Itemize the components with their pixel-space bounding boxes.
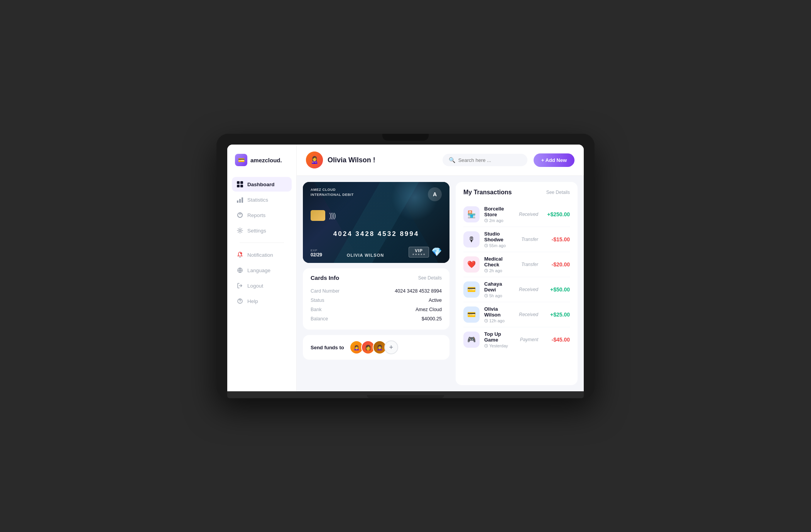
- transaction-icon: 💳: [463, 281, 480, 298]
- cards-info-title: Cards Info: [311, 274, 339, 281]
- sidebar-item-language[interactable]: Language: [232, 263, 292, 278]
- svg-point-9: [240, 253, 242, 254]
- transaction-type: Received: [515, 312, 538, 317]
- transaction-time: 5h ago: [484, 293, 510, 298]
- svg-point-12: [240, 302, 240, 303]
- sidebar-item-help[interactable]: Help: [232, 294, 292, 308]
- transaction-type: Received: [515, 212, 538, 217]
- info-label: Bank: [311, 307, 322, 312]
- svg-rect-5: [239, 199, 241, 203]
- sidebar-item-statistics[interactable]: Statistics: [232, 192, 292, 207]
- transaction-info: Studio Shodwe 55m ago: [484, 231, 510, 248]
- transaction-icon: 🏪: [463, 206, 480, 222]
- transaction-item[interactable]: ❤️ Medical Check 2h ago Transfer -$20.00: [463, 252, 570, 277]
- card-chip-row: )))): [311, 210, 442, 221]
- cards-info-row: Bank Amez Cloud: [311, 305, 442, 314]
- content-area: AMEZ CLOUD INTERNATIONAL DEBIT A )))) 4: [297, 176, 584, 391]
- app-container: 💳 amezcloud.: [227, 145, 584, 391]
- transactions-header: My Transactions See Details: [463, 189, 570, 196]
- sidebar-label-settings: Settings: [247, 228, 266, 234]
- transaction-type: Transfer: [515, 262, 538, 267]
- sidebar-item-reports[interactable]: Reports: [232, 208, 292, 222]
- sidebar: 💳 amezcloud.: [227, 145, 297, 391]
- sidebar-label-reports: Reports: [247, 212, 265, 218]
- transaction-name: Borcelle Store: [484, 206, 510, 217]
- card-vip-badge: VIP ★★★★★ 💎: [409, 247, 442, 258]
- info-label: Status: [311, 298, 324, 303]
- avatar: 🙎‍♀️: [306, 152, 323, 168]
- logo-area: 💳 amezcloud.: [227, 154, 296, 177]
- search-input[interactable]: [458, 157, 521, 163]
- transaction-type: Received: [515, 287, 538, 292]
- laptop-hinge: [367, 395, 444, 398]
- cards-info-rows: Card Number 4024 3428 4532 8994Status Ac…: [311, 286, 442, 323]
- sidebar-label-notification: Notification: [247, 252, 273, 258]
- card-chip: [311, 210, 325, 221]
- svg-rect-6: [242, 197, 243, 203]
- info-label: Card Number: [311, 288, 340, 294]
- transaction-icon: ❤️: [463, 256, 480, 273]
- cards-info-header: Cards Info See Details: [311, 274, 442, 281]
- transactions-see-details[interactable]: See Details: [546, 190, 570, 195]
- logo-text: amezcloud.: [250, 157, 282, 163]
- card-number: 4024 3428 4532 8994: [311, 230, 442, 238]
- search-bar: 🔍: [443, 154, 527, 166]
- transaction-amount: -$45.00: [543, 337, 570, 343]
- transaction-item[interactable]: 🏪 Borcelle Store 2m ago Received +$250.0…: [463, 202, 570, 227]
- card-exp-value: 02/29: [311, 252, 322, 258]
- sidebar-item-dashboard[interactable]: Dashboard: [232, 177, 292, 192]
- cards-info-row: Balance $4000.25: [311, 314, 442, 323]
- cards-info-see-details[interactable]: See Details: [418, 275, 442, 281]
- laptop-frame: 💳 amezcloud.: [216, 134, 595, 398]
- card-content: AMEZ CLOUD INTERNATIONAL DEBIT A )))) 4: [303, 182, 449, 263]
- left-panel: AMEZ CLOUD INTERNATIONAL DEBIT A )))) 4: [303, 182, 449, 385]
- transaction-icon: 💳: [463, 306, 480, 323]
- info-value: $4000.25: [422, 316, 442, 322]
- recipient-avatars: 🙍‍♀️ 👩 👩‍🦱 +: [350, 340, 398, 354]
- transactions-list: 🏪 Borcelle Store 2m ago Received +$250.0…: [463, 202, 570, 352]
- settings-icon: [237, 227, 243, 234]
- send-funds-panel: Send funds to 🙍‍♀️ 👩 👩‍🦱 +: [303, 335, 449, 360]
- sidebar-label-logout: Logout: [247, 283, 263, 289]
- svg-rect-3: [240, 185, 243, 187]
- transactions-panel: My Transactions See Details 🏪 Borcelle S…: [456, 182, 578, 385]
- reports-icon: [237, 212, 243, 219]
- transaction-type: Payment: [515, 337, 538, 342]
- notification-icon: [237, 251, 243, 258]
- transaction-info: Top Up Game Yesterday: [484, 331, 510, 348]
- transaction-name: Medical Check: [484, 256, 510, 268]
- laptop-notch: [382, 134, 429, 141]
- cards-info-row: Card Number 4024 3428 4532 8994: [311, 286, 442, 296]
- nav-divider: [240, 242, 284, 243]
- transaction-item[interactable]: 💳 Olivia Wilson 12h ago Received +$25.00: [463, 302, 570, 327]
- info-value: Active: [429, 298, 442, 303]
- search-icon: 🔍: [449, 157, 455, 163]
- cards-info-row: Status Active: [311, 296, 442, 305]
- transaction-info: Borcelle Store 2m ago: [484, 206, 510, 223]
- transaction-item[interactable]: 💳 Cahaya Dewi 5h ago Received +$50.00: [463, 277, 570, 302]
- diamond-icon: 💎: [431, 247, 442, 257]
- transaction-amount: -$20.00: [543, 261, 570, 268]
- add-recipient-button[interactable]: +: [384, 340, 398, 354]
- info-value: Amez Cloud: [416, 307, 442, 312]
- transaction-amount: +$250.00: [543, 211, 570, 217]
- info-value: 4024 3428 4532 8994: [395, 288, 442, 294]
- transaction-icon: 🎙: [463, 231, 480, 247]
- transaction-item[interactable]: 🎙 Studio Shodwe 55m ago Transfer -$15.00: [463, 227, 570, 252]
- sidebar-item-logout[interactable]: Logout: [232, 278, 292, 293]
- sidebar-item-notification[interactable]: Notification: [232, 247, 292, 262]
- transaction-name: Top Up Game: [484, 331, 510, 343]
- vip-label: VIP: [412, 248, 426, 253]
- add-new-button[interactable]: + Add New: [534, 153, 574, 167]
- transaction-time: 55m ago: [484, 243, 510, 248]
- transaction-info: Olivia Wilson 12h ago: [484, 306, 510, 323]
- transaction-name: Olivia Wilson: [484, 306, 510, 318]
- card-bottom-row: EXP 02/29 OLIVIA WILSON VIP ★★★★★: [311, 247, 442, 258]
- cards-info-panel: Cards Info See Details Card Number 4024 …: [303, 268, 449, 330]
- transaction-time: 12h ago: [484, 318, 510, 323]
- card-wave: )))): [329, 212, 335, 220]
- sidebar-label-language: Language: [247, 268, 270, 273]
- transaction-time: Yesterday: [484, 343, 510, 348]
- sidebar-item-settings[interactable]: Settings: [232, 223, 292, 238]
- transaction-item[interactable]: 🎮 Top Up Game Yesterday Payment -$45.00: [463, 327, 570, 352]
